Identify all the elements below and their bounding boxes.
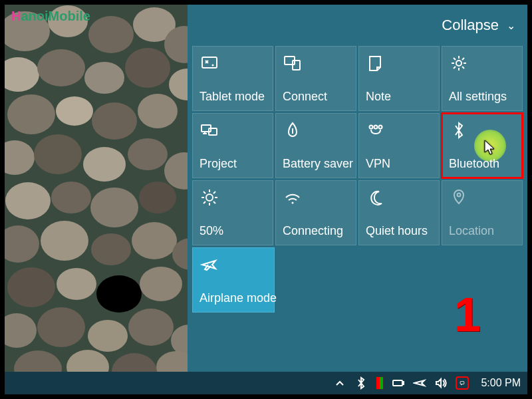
svg-point-3 [88, 16, 134, 53]
gear-icon [449, 53, 469, 73]
tile-tablet-mode[interactable]: Tablet mode [192, 46, 273, 111]
svg-point-22 [90, 188, 138, 227]
tile-label: Quiet hours [366, 224, 428, 238]
connect-icon [283, 53, 303, 73]
svg-point-7 [37, 49, 85, 86]
taskbar: 5:00 PM [5, 372, 527, 394]
svg-point-53 [292, 202, 294, 204]
svg-point-13 [92, 102, 137, 140]
svg-point-20 [5, 182, 51, 219]
tray-bluetooth-icon[interactable] [354, 376, 368, 390]
tray-chevron-icon[interactable] [333, 376, 346, 390]
tray-volume-icon[interactable] [434, 376, 448, 390]
tile-label: All settings [449, 90, 507, 104]
tile-label: Note [366, 90, 391, 104]
svg-point-27 [132, 222, 177, 259]
tile-label: Airplane mode [200, 291, 277, 305]
cursor-icon [483, 139, 497, 159]
svg-rect-57 [461, 382, 465, 384]
svg-point-34 [37, 307, 85, 347]
svg-point-16 [34, 134, 82, 174]
svg-point-29 [7, 267, 55, 307]
svg-point-36 [128, 309, 174, 346]
collapse-label: Collapse [442, 17, 499, 33]
desktop-viewport: HanoiMobile Collapse ⌄ Tablet mode Conne… [5, 5, 527, 394]
tile-airplane-mode[interactable]: Airplane mode [192, 247, 275, 313]
tile-wifi-connecting[interactable]: Connecting [275, 180, 356, 245]
wifi-icon [283, 188, 303, 207]
svg-point-9 [125, 48, 170, 88]
svg-point-30 [57, 268, 96, 300]
collapse-button[interactable]: Collapse ⌄ [442, 17, 515, 34]
action-center-panel: Collapse ⌄ Tablet mode Connect [188, 5, 527, 372]
svg-point-52 [206, 194, 213, 201]
tile-battery-saver[interactable]: Battery saver [275, 113, 356, 178]
tile-all-settings[interactable]: All settings [442, 46, 523, 111]
svg-point-25 [41, 221, 88, 261]
watermark-logo: HanoiMobile [11, 9, 90, 24]
note-icon [366, 53, 386, 73]
tile-label: Connecting [283, 224, 343, 238]
location-icon [449, 188, 469, 207]
svg-point-11 [7, 94, 55, 134]
tile-bluetooth[interactable]: Bluetooth [442, 113, 523, 178]
desktop-wallpaper [5, 5, 188, 377]
tablet-mode-icon [200, 53, 219, 73]
tile-label: Location [449, 224, 494, 238]
svg-rect-42 [202, 57, 217, 68]
tile-brightness[interactable]: 50% [192, 180, 273, 245]
annotation-1: 1 [454, 287, 481, 342]
tile-note[interactable]: Note [358, 46, 440, 111]
tile-label: Project [200, 157, 237, 171]
bluetooth-icon [449, 120, 469, 140]
svg-point-31 [96, 275, 142, 313]
tile-quiet-hours[interactable]: Quiet hours [358, 180, 440, 245]
svg-point-14 [138, 94, 178, 128]
svg-point-18 [128, 138, 168, 170]
tile-label: 50% [200, 224, 223, 238]
tray-battery-indicator [376, 376, 384, 390]
svg-point-43 [212, 65, 214, 66]
taskbar-clock[interactable]: 5:00 PM [481, 377, 521, 389]
tile-location[interactable]: Location [442, 180, 523, 245]
screenshot-frame: HanoiMobile Collapse ⌄ Tablet mode Conne… [0, 0, 532, 399]
tile-label: Bluetooth [449, 157, 499, 171]
svg-point-46 [456, 61, 462, 66]
svg-point-35 [88, 320, 128, 352]
tile-label: VPN [366, 157, 390, 171]
tray-battery-icon[interactable] [392, 376, 405, 390]
tile-vpn[interactable]: VPN [358, 113, 440, 178]
quiet-hours-icon [366, 188, 386, 207]
svg-rect-55 [393, 380, 402, 386]
svg-point-12 [56, 96, 93, 126]
tile-label: Connect [283, 90, 327, 104]
chevron-down-icon: ⌄ [507, 19, 515, 32]
svg-rect-56 [402, 382, 404, 384]
svg-point-54 [458, 194, 461, 197]
tile-label: Battery saver [283, 157, 353, 171]
tray-airplane-icon[interactable] [413, 376, 426, 390]
battery-saver-icon [283, 120, 303, 140]
airplane-icon [200, 255, 219, 275]
svg-point-21 [51, 182, 91, 213]
svg-point-49 [370, 126, 373, 129]
svg-point-23 [139, 182, 176, 213]
svg-point-8 [84, 62, 124, 94]
tray-action-center-icon[interactable] [456, 376, 469, 390]
tile-project[interactable]: Project [192, 113, 273, 178]
tile-connect[interactable]: Connect [275, 46, 356, 111]
svg-point-50 [374, 126, 378, 129]
quick-action-tiles: Tablet mode Connect Note All settings [192, 46, 523, 315]
svg-point-26 [91, 233, 131, 265]
project-icon [200, 120, 219, 140]
svg-point-17 [83, 147, 126, 182]
svg-point-32 [140, 267, 182, 301]
brightness-icon [200, 188, 219, 207]
tile-label: Tablet mode [200, 90, 265, 104]
vpn-icon [366, 120, 386, 140]
svg-point-51 [379, 126, 382, 129]
